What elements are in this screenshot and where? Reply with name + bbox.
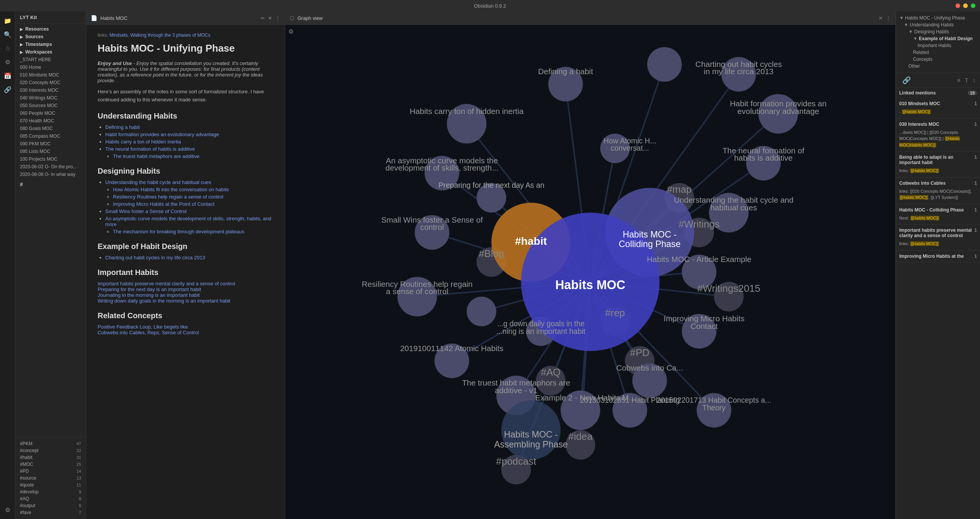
edit-icon[interactable]: ✏ [261, 15, 265, 21]
link-habits-inertia[interactable]: Habits carry a ton of hidden inertia [105, 139, 181, 145]
tag-quote[interactable]: #quote11 [15, 482, 86, 488]
sidebar-item-mindsets[interactable]: 010 Mindsets MOC [15, 71, 86, 79]
more-icon[interactable]: ⋮ [275, 15, 280, 21]
tree-item-example[interactable]: ▼ Example of Habit Design [899, 35, 977, 42]
link-icon[interactable]: 🔗 [899, 75, 914, 86]
graph-settings-icon[interactable]: ⚙ [288, 28, 294, 35]
sidebar-item-workspaces[interactable]: ▶ Workspaces [15, 48, 86, 56]
tag-concept[interactable]: #concept32 [15, 447, 86, 454]
list-understanding-habits: Defining a habit Habit formation provide… [98, 124, 273, 159]
graph-close-icon[interactable]: ✕ [879, 15, 883, 21]
sidebar-item-resources[interactable]: ▶ Resources [15, 25, 86, 33]
link-micro-habits[interactable]: Improving Micro Habits at the Point of C… [113, 201, 214, 207]
link-neural-formation[interactable]: The neural formation of habits is additi… [105, 146, 195, 152]
sidebar-item-pkm[interactable]: 090 PKM MOC [15, 140, 86, 148]
tag-habit[interactable]: #habit31 [15, 454, 86, 461]
sidebar-item-start[interactable]: _START HERE [15, 56, 86, 63]
link-journaling[interactable]: Journaling in the morning is an importan… [98, 292, 200, 298]
link-resiliency[interactable]: Resiliency Routines help regain a sense … [113, 194, 223, 200]
close-button[interactable] [956, 3, 960, 8]
tag-pkm[interactable]: #PKM47 [15, 440, 86, 447]
sidebar-item-sources[interactable]: ▶ Sources [15, 33, 86, 41]
star-icon[interactable]: ☆ [2, 42, 14, 54]
tree-item-other[interactable]: Other [899, 63, 977, 70]
lm-section-mental-title[interactable]: Important habits preserve mental clarity… [896, 226, 980, 240]
tree-item-concepts[interactable]: Concepts [899, 56, 977, 63]
sidebar-item-health[interactable]: 070 Health MOC [15, 117, 86, 125]
sidebar-item-timestamps[interactable]: ▶ Timestamps [15, 41, 86, 48]
lm-highlight: [[Habits MOC]] [902, 109, 931, 114]
graph-tab: ⬡ Graph view ✕ ⋮ [285, 11, 895, 25]
list-icon[interactable]: ≡ [956, 76, 962, 84]
link-plateaus[interactable]: The mechanism for breaking through devel… [113, 229, 244, 234]
tag-source[interactable]: #source13 [15, 475, 86, 482]
close-doc-icon[interactable]: ✕ [268, 15, 272, 21]
tree-item-understanding[interactable]: ▼ Understanding Habits [899, 21, 977, 28]
link-habit-cycle[interactable]: Understanding the habit cycle and habitu… [105, 179, 211, 185]
tree-item-designing[interactable]: ▼ Designing Habits [899, 28, 977, 35]
link-mental-clarity[interactable]: Important habits preserve mental clarity… [98, 281, 235, 286]
settings-icon[interactable]: ⚙ [2, 504, 14, 516]
link-cobwebs[interactable]: Cobwebs into Cables [98, 330, 145, 335]
lm-section-colliding-title[interactable]: Habits MOC - Colliding Phase 1 [896, 206, 980, 214]
calendar-icon[interactable]: 📅 [2, 70, 14, 82]
lm-text-mental: links: [[Habits MOC]] [896, 240, 980, 249]
tag-moc[interactable]: #MOC25 [15, 461, 86, 468]
sidebar-item-sources[interactable]: 050 Sources MOC [15, 102, 86, 109]
search-icon[interactable]: 🔍 [2, 28, 14, 41]
heading-example-habit: Example of Habit Design [98, 242, 273, 251]
link-atomic-habits[interactable]: How Atomic Habits fit into the conversat… [113, 187, 229, 192]
link-habit-formation[interactable]: Habit formation provides an evolutionary… [105, 132, 219, 137]
sidebar-item-daily1[interactable]: 2020-06-02 O- On the pro... [15, 163, 86, 171]
sidebar-item-people[interactable]: 060 People MOC [15, 109, 86, 117]
lm-section-micro-title[interactable]: Improving Micro Habits at the 1 [896, 252, 980, 260]
files-icon[interactable]: 📁 [2, 15, 14, 27]
link-small-wins[interactable]: Small Wins foster a Sense of Control [105, 208, 186, 214]
heading-understanding-habits: Understanding Habits [98, 112, 273, 120]
link-charting[interactable]: Charting out habit cycles in my life cir… [105, 255, 205, 260]
sidebar-item-daily2[interactable]: 2020-08-08 O- In what way [15, 171, 86, 178]
tree-item-unifying[interactable]: ▼ Habits MOC - Unifying Phase [899, 15, 977, 21]
sidebar-item-goals[interactable]: 080 Goals MOC [15, 125, 86, 132]
link-writing-goals[interactable]: Writing down daily goals in the morning … [98, 298, 230, 304]
document-links: links: Mindsets, Walking through the 3 p… [98, 33, 273, 38]
link-sense-control[interactable]: Sense of Control [162, 330, 199, 335]
sort-icon[interactable]: ↕ [971, 76, 977, 84]
tree-item-related[interactable]: Related [899, 49, 977, 56]
link-truest-metaphors[interactable]: The truest habit metaphors are additive [113, 153, 199, 159]
header-icon[interactable]: T [963, 76, 970, 84]
sidebar-item-concepts[interactable]: 020 Concepts MOC [15, 79, 86, 86]
sidebar-item-home[interactable]: 000 Home [15, 63, 86, 71]
tree-item-important[interactable]: Important Habits [899, 42, 977, 49]
sidebar-item-writings[interactable]: 040 Writings MOC [15, 94, 86, 102]
backlinks-icon[interactable]: 🔗 [2, 83, 14, 96]
graph-canvas[interactable]: ⚙ [285, 25, 895, 519]
link-defining-habit[interactable]: Defining a habit [105, 124, 140, 130]
link-next-day[interactable]: Preparing for the next day is an importa… [98, 286, 201, 292]
svg-text:Habits MOC -: Habits MOC - [504, 430, 558, 439]
link-asymptotic[interactable]: An asymptotic curve models the developme… [105, 216, 271, 227]
link-3phases[interactable]: Walking through the 3 phases of MOCs [130, 33, 210, 38]
sidebar-item-projects[interactable]: 100 Projects MOC [15, 155, 86, 163]
link-mindsets[interactable]: Mindsets [109, 33, 128, 38]
tag-aq[interactable]: #AQ8 [15, 495, 86, 502]
link-like-begets[interactable]: Like begets like [154, 324, 188, 330]
tag-output[interactable]: #output8 [15, 502, 86, 509]
tag-develop[interactable]: #develop9 [15, 488, 86, 495]
link-reps[interactable]: Reps [147, 330, 159, 335]
tag-fave[interactable]: #fave7 [15, 509, 86, 516]
sidebar-item-lists[interactable]: 095 Lists MOC [15, 148, 86, 155]
lm-section-interests-title[interactable]: 030 Interests MOC 1 [896, 120, 980, 129]
tag-pd[interactable]: #PD14 [15, 468, 86, 475]
plugins-icon[interactable]: ⚙ [2, 56, 14, 68]
lm-section-mindsets-title[interactable]: 010 Mindsets MOC 1 [896, 99, 980, 108]
sidebar-item-interests[interactable]: 030 Interests MOC [15, 86, 86, 94]
link-positive-feedback[interactable]: Positive Feedback Loop [98, 324, 151, 330]
sidebar-item-compass[interactable]: 085 Compass MOC [15, 132, 86, 140]
minimize-button[interactable] [963, 3, 968, 8]
graph-more-icon[interactable]: ⋮ [886, 15, 891, 21]
lm-section-cobwebs-title[interactable]: Cobwebs into Cables 1 [896, 179, 980, 187]
lm-section-adapt-title[interactable]: Being able to adapt is an important habi… [896, 153, 980, 167]
maximize-button[interactable] [971, 3, 975, 8]
svg-text:Colliding Phase: Colliding Phase [619, 239, 681, 249]
